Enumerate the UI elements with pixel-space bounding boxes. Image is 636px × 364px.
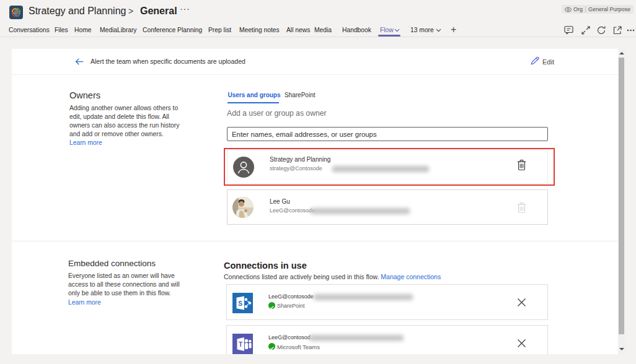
svg-text:S: S xyxy=(238,300,242,307)
svg-text:T: T xyxy=(239,341,242,348)
